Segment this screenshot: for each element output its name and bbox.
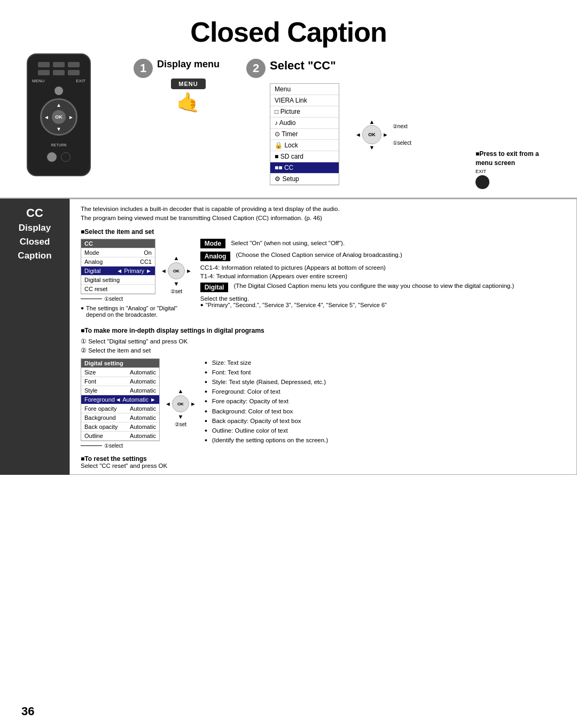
step1-badge: 1 <box>134 59 153 78</box>
intro-text: The television includes a built-in decod… <box>81 205 566 223</box>
t14-text: Textual information (Appears over entire… <box>216 273 347 279</box>
menu-item-menu[interactable]: Menu <box>270 84 339 95</box>
step2-badge: 2 <box>246 59 266 78</box>
bullet-font: Font: Text font <box>205 368 566 377</box>
digital-setting-area: Digital setting SizeAutomatic FontAutoma… <box>81 358 566 449</box>
analog-text: (Choose the Closed Caption service of An… <box>236 252 402 261</box>
bullet-identify: (Identify the setting options on the scr… <box>205 436 566 444</box>
remote-control: MENU EXIT OK ▲ ▼ ◄ ► <box>21 53 128 182</box>
cc-settings-box: CC ModeOn AnalogCC1 Digital◄ Primary ► <box>81 239 155 294</box>
digital-programs-title: ■To make more in-depth display settings … <box>81 327 566 334</box>
menu-item-audio[interactable]: ♪ Audio <box>270 118 339 129</box>
digital-setting-right: Size: Text size Font: Text font Style: T… <box>205 358 566 449</box>
digital-settings-box: Digital setting SizeAutomatic FontAutoma… <box>81 358 160 441</box>
mode-badge: Mode <box>200 239 225 248</box>
service-note: "Primary", "Second.", "Service 3", "Serv… <box>200 302 566 308</box>
menu-item-picture[interactable]: □ Picture <box>270 106 339 118</box>
digital-setting-left: Digital setting SizeAutomatic FontAutoma… <box>81 358 196 449</box>
digital-nav-circle[interactable]: OK <box>172 395 189 412</box>
select-annotation: ①select <box>104 296 123 302</box>
bullet-outline: Outline: Outline color of text <box>205 426 566 435</box>
nav-select-label: ①select <box>393 140 411 146</box>
exit-text-label: EXIT <box>475 169 486 174</box>
bullet-style: Style: Text style (Raised, Depressed, et… <box>205 378 566 386</box>
return-label: RETURN <box>51 143 66 147</box>
page-number: 36 <box>21 704 34 718</box>
digital-programs-section: ■To make more in-depth display settings … <box>81 327 566 449</box>
menu-item-cc[interactable]: ■■ CC <box>270 162 339 174</box>
settings-nav-circle[interactable]: OK <box>168 262 185 279</box>
cc14-label: CC1-4: <box>200 264 220 271</box>
menu-item-setup[interactable]: ⚙ Setup <box>270 174 339 185</box>
cc14-text: Information related to pictures (Appears… <box>221 264 385 271</box>
menu-list: Menu VIERA Link □ Picture ♪ Audio ⊙ Time… <box>270 83 339 185</box>
set-annotation: ②set <box>170 288 182 294</box>
nav-ok-label: OK <box>368 132 376 137</box>
bullet-background: Background: Color of text box <box>205 407 566 416</box>
select-setting-text: Select the setting. <box>200 295 566 302</box>
display-menu-title: Display menu <box>157 59 220 70</box>
menu-button-label: MENU <box>171 79 205 89</box>
bullet-fore-opacity: Fore opacity: Opacity of text <box>205 397 566 405</box>
press-exit-label: ■Press to exit from a menu screen <box>475 150 556 168</box>
digital-text: (The Digital Closed Caption menu lets yo… <box>233 283 514 292</box>
digital-step2: ② Select the item and set <box>81 347 566 354</box>
menu-item-viera[interactable]: VIERA Link <box>270 95 339 106</box>
menu-item-sdcard[interactable]: ■ SD card <box>270 151 339 162</box>
remote-exit-label: EXIT <box>76 79 85 83</box>
t14-label: T1-4: <box>200 273 215 279</box>
digital-step1: ① Select "Digital setting" and press OK <box>81 338 566 345</box>
main-content: The television includes a built-in decod… <box>69 199 577 475</box>
digital-bullet-list: Size: Text size Font: Text font Style: T… <box>205 358 566 444</box>
bullet-size: Size: Text size <box>205 358 566 367</box>
bullet-foreground: Foreground: Color of text <box>205 387 566 396</box>
mode-text: Select "On" (when not using, select "Off… <box>231 239 345 248</box>
cc-label-box: CC Display Closed Caption <box>0 199 69 475</box>
page-title: Closed Caption <box>0 0 577 53</box>
digital-badge: Digital <box>200 283 229 292</box>
analog-digital-note: The settings in "Analog" or "Digital" de… <box>81 305 182 318</box>
menu-item-lock[interactable]: 🔒 Lock <box>270 140 339 151</box>
menu-item-timer[interactable]: ⊙ Timer <box>270 129 339 140</box>
select-item-title: ■Select the item and set <box>81 228 566 236</box>
digital-set-annotation: ②set <box>175 421 186 427</box>
select-item-left: CC ModeOn AnalogCC1 Digital◄ Primary ► <box>81 239 192 319</box>
hand-icon: 🤙 <box>176 91 200 114</box>
exit-button[interactable] <box>475 175 489 189</box>
analog-badge: Analog <box>200 252 231 261</box>
select-item-right: Mode Select "On" (when not using, select… <box>200 239 566 319</box>
ok-label: OK <box>55 114 63 120</box>
reset-title: ■To reset the settings <box>81 455 566 463</box>
nav-next-label: ②next <box>393 123 411 129</box>
select-cc-title: Select "CC" <box>270 59 336 73</box>
remote-menu-label: MENU <box>32 79 45 83</box>
digital-select-annotation: ①select <box>104 443 123 449</box>
reset-text: Select "CC reset" and press OK <box>81 463 566 469</box>
bullet-back-opacity: Back opacity: Opacity of text box <box>205 417 566 425</box>
reset-section: ■To reset the settings Select "CC reset"… <box>81 455 566 469</box>
